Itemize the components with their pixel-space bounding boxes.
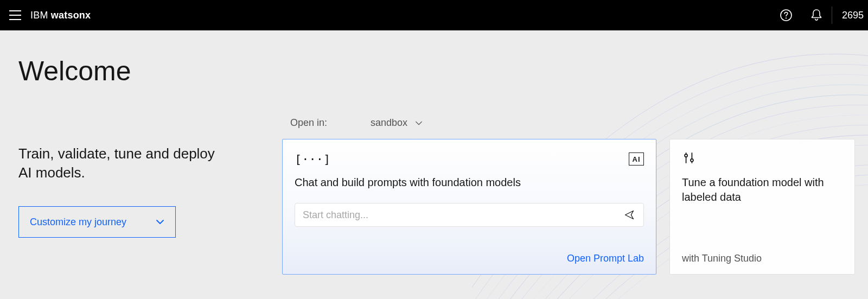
page-title: Welcome <box>18 55 131 87</box>
customize-journey-button[interactable]: Customize my journey <box>18 206 176 238</box>
svg-point-8 <box>691 158 693 161</box>
tune-card-subtitle: with Tuning Studio <box>682 253 762 264</box>
open-prompt-lab-link[interactable]: Open Prompt Lab <box>567 253 644 264</box>
brand-prefix: IBM <box>30 10 51 21</box>
brand-label[interactable]: IBM watsonx <box>30 10 91 21</box>
top-app-bar: IBM watsonx 2695 <box>0 0 868 30</box>
page-subtitle: Train, validate, tune and deploy AI mode… <box>18 144 225 182</box>
prompt-card-title: Chat and build prompts with foundation m… <box>295 175 644 190</box>
tune-icon <box>682 151 696 168</box>
svg-point-6 <box>685 154 687 157</box>
tune-card-title: Tune a foundation model with labeled dat… <box>682 175 843 205</box>
chat-input[interactable] <box>303 209 616 221</box>
menu-icon[interactable] <box>0 0 30 30</box>
project-selected-value: sandbox <box>371 117 407 129</box>
chevron-down-icon <box>415 119 423 127</box>
welcome-page: Welcome Train, validate, tune and deploy… <box>0 30 868 299</box>
project-select[interactable]: sandbox <box>371 117 423 129</box>
brand-name: watsonx <box>51 10 91 21</box>
open-in-label: Open in: <box>290 117 327 129</box>
chat-input-container <box>295 203 644 227</box>
send-icon[interactable] <box>623 208 636 221</box>
ai-badge-icon: AI <box>629 152 644 166</box>
svg-point-4 <box>786 17 787 18</box>
prompt-lab-card[interactable]: [···] AI Chat and build prompts with fou… <box>282 139 656 275</box>
prompt-icon: [···] <box>295 152 330 166</box>
chevron-down-icon <box>156 218 164 226</box>
customize-journey-label: Customize my journey <box>30 217 126 228</box>
help-icon[interactable] <box>771 0 801 30</box>
tuning-studio-card[interactable]: Tune a foundation model with labeled dat… <box>669 139 855 275</box>
notifications-icon[interactable] <box>801 0 832 30</box>
open-in-row: Open in: sandbox <box>290 117 423 129</box>
account-id[interactable]: 2695 <box>832 10 868 21</box>
